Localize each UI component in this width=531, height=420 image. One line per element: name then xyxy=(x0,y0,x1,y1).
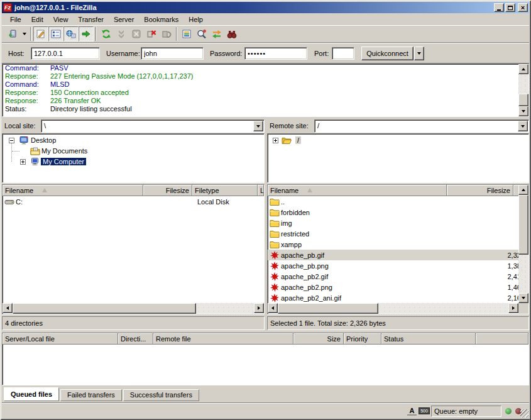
remote-list-hscrollbar[interactable] xyxy=(268,303,518,314)
column-header-size[interactable]: Size xyxy=(293,333,344,345)
local-site-combo[interactable]: \ xyxy=(41,119,265,133)
toggle-message-log-button[interactable] xyxy=(33,26,48,41)
close-icon: × xyxy=(521,4,525,11)
folder-row[interactable]: forbidden xyxy=(268,207,528,218)
expand-expander[interactable] xyxy=(273,138,278,143)
scroll-up-button[interactable] xyxy=(518,185,528,195)
image-file-icon xyxy=(270,261,280,271)
tree-item-my-computer[interactable]: My Computer xyxy=(3,157,264,167)
column-header-direction[interactable]: Directi... xyxy=(118,333,153,345)
expand-expander[interactable] xyxy=(20,159,26,165)
filter-icon xyxy=(182,29,192,39)
port-input[interactable] xyxy=(332,47,354,60)
minimize-icon xyxy=(497,9,501,11)
tree-item-my-documents[interactable]: My Documents xyxy=(3,146,264,157)
tab-queued-files[interactable]: Queued files xyxy=(4,387,59,401)
quickconnect-dropdown[interactable] xyxy=(414,47,424,60)
combo-dropdown-button[interactable] xyxy=(253,121,263,131)
file-row[interactable]: apache_pb2.gif2,414 xyxy=(268,271,528,282)
tab-successful-transfers[interactable]: Successful transfers xyxy=(123,389,199,401)
column-header-filesize[interactable]: Filesize xyxy=(447,185,513,196)
column-header-priority[interactable]: Priority xyxy=(344,333,381,345)
process-queue-button[interactable] xyxy=(114,26,129,41)
scroll-thumb[interactable] xyxy=(518,94,528,106)
scroll-track[interactable] xyxy=(13,303,254,314)
compare-directories-icon xyxy=(197,29,207,39)
filter-button[interactable] xyxy=(179,26,194,41)
folder-row[interactable]: restricted xyxy=(268,228,528,239)
speed-limit-icon[interactable]: 500 xyxy=(419,407,430,414)
scroll-down-button[interactable] xyxy=(518,293,528,303)
close-button[interactable]: × xyxy=(518,3,528,12)
synchronized-browsing-button[interactable] xyxy=(209,26,224,41)
file-row[interactable]: apache_pb2.png1,463 xyxy=(268,282,528,292)
log-scrollbar[interactable] xyxy=(518,64,528,116)
column-header-filename[interactable]: Filename xyxy=(268,185,447,196)
find-files-button[interactable] xyxy=(224,26,239,41)
file-row[interactable]: apache_pb2_ani.gif2,160 xyxy=(268,292,528,303)
file-row[interactable]: apache_pb.png1,385 xyxy=(268,260,528,271)
column-header-filesize[interactable]: Filesize xyxy=(143,185,192,196)
folder-row[interactable]: img xyxy=(268,218,528,228)
refresh-button[interactable] xyxy=(99,26,114,41)
collapse-expander[interactable] xyxy=(9,138,14,143)
scroll-thumb[interactable] xyxy=(518,195,528,255)
scroll-up-button[interactable] xyxy=(518,64,528,74)
combo-dropdown-button[interactable] xyxy=(518,121,528,131)
toggle-transfer-queue-button[interactable] xyxy=(79,26,94,41)
remote-site-combo[interactable]: / xyxy=(314,119,529,133)
menu-edit[interactable]: Edit xyxy=(26,14,48,25)
menu-transfer[interactable]: Transfer xyxy=(73,14,109,25)
column-header-last-modified[interactable]: L xyxy=(258,185,264,196)
local-list-hscrollbar[interactable] xyxy=(3,303,264,314)
scroll-thumb[interactable] xyxy=(278,303,378,314)
toggle-remote-tree-button[interactable] xyxy=(63,26,79,41)
scroll-track[interactable] xyxy=(278,303,508,314)
menu-server[interactable]: Server xyxy=(109,14,139,25)
computer-icon xyxy=(30,157,40,167)
file-row-c-drive[interactable]: C: Local Disk xyxy=(3,196,264,207)
folder-row[interactable]: .. xyxy=(268,196,528,207)
toolbar xyxy=(2,25,529,43)
ascii-data-type-icon[interactable]: A xyxy=(407,406,417,416)
site-manager-button[interactable] xyxy=(5,26,20,41)
reconnect-button[interactable] xyxy=(159,26,174,41)
tree-item-desktop[interactable]: Desktop xyxy=(3,135,264,146)
menu-bookmarks[interactable]: Bookmarks xyxy=(139,14,183,25)
menu-help[interactable]: Help xyxy=(183,14,208,25)
transfer-queue-icon xyxy=(81,29,91,39)
scroll-down-button[interactable] xyxy=(518,106,528,116)
open-folder-icon xyxy=(282,135,292,145)
quickconnect-button[interactable]: Quickconnect xyxy=(361,47,413,60)
site-manager-dropdown[interactable] xyxy=(20,26,28,41)
cancel-button[interactable] xyxy=(129,26,144,41)
maximize-button[interactable] xyxy=(505,3,515,12)
tab-failed-transfers[interactable]: Failed transfers xyxy=(60,389,122,401)
scroll-left-button[interactable] xyxy=(3,303,13,313)
tree-item-root[interactable]: / xyxy=(268,135,528,146)
compare-directories-button[interactable] xyxy=(194,26,209,41)
toggle-local-tree-button[interactable] xyxy=(48,26,63,41)
host-input[interactable] xyxy=(31,47,100,60)
column-header-filename[interactable]: Filename xyxy=(3,185,143,196)
column-header-remote-file[interactable]: Remote file xyxy=(153,333,293,345)
file-row-selected[interactable]: apache_pb.gif2,326 xyxy=(268,250,528,260)
scroll-thumb[interactable] xyxy=(13,303,196,314)
column-header-filetype[interactable]: Filetype xyxy=(192,185,258,196)
password-input[interactable] xyxy=(244,47,307,60)
folder-name: restricted xyxy=(281,230,466,238)
scroll-right-button[interactable] xyxy=(508,303,518,313)
remote-list-vscrollbar[interactable] xyxy=(518,185,528,303)
username-input[interactable] xyxy=(141,47,204,60)
column-header-status[interactable]: Status xyxy=(381,333,476,345)
disconnect-button[interactable] xyxy=(144,26,159,41)
minimize-button[interactable] xyxy=(494,3,504,12)
folder-row[interactable]: xampp xyxy=(268,239,528,250)
resize-grip[interactable] xyxy=(520,409,528,417)
menu-view[interactable]: View xyxy=(48,14,74,25)
menu-file[interactable]: File xyxy=(5,14,26,25)
scroll-left-button[interactable] xyxy=(268,303,278,313)
username-label: Username: xyxy=(106,50,140,57)
column-header-server-local-file[interactable]: Server/Local file xyxy=(3,333,118,345)
scroll-right-button[interactable] xyxy=(254,303,264,313)
